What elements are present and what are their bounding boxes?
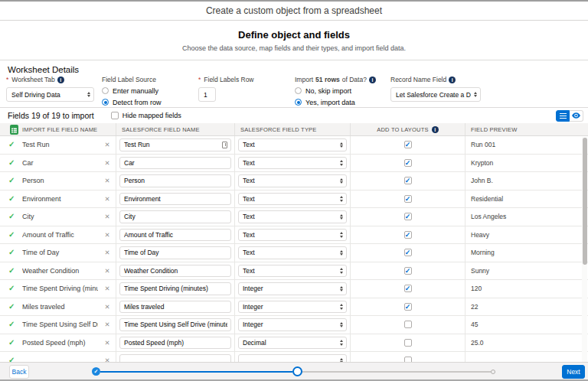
table-scrollbar-track[interactable] xyxy=(582,137,587,362)
salesforce-field-type-select[interactable]: Text xyxy=(238,210,347,223)
add-to-layouts-checkbox[interactable] xyxy=(404,213,412,220)
salesforce-field-type-select[interactable]: Integer xyxy=(238,301,347,314)
info-icon[interactable] xyxy=(432,126,439,133)
salesforce-field-name-value: Time Spent Using Self Drive (minutes) xyxy=(124,321,227,328)
import-name-cell: Miles traveled xyxy=(0,298,116,316)
mapped-check-icon xyxy=(8,285,17,292)
import-field-name: Time Spent Using Self Drive (minut... xyxy=(22,321,98,328)
radio-icon[interactable] xyxy=(102,87,109,94)
salesforce-field-name-input[interactable]: Car xyxy=(119,157,231,170)
salesforce-field-name-input[interactable]: Time Spent Using Self Drive (minutes) xyxy=(119,318,231,331)
hide-mapped-fields-toggle[interactable]: Hide mapped fields xyxy=(111,112,181,119)
mapped-check-icon xyxy=(8,213,17,220)
preview-view-button[interactable] xyxy=(570,110,583,122)
add-to-layouts-checkbox[interactable] xyxy=(404,195,412,203)
field-preview-value: Krypton xyxy=(466,155,588,172)
header-salesforce-field-name: SALESFORCE FIELD NAME xyxy=(116,123,235,135)
radio-detect-from-row[interactable]: Detect from row xyxy=(102,98,162,106)
remove-field-button[interactable] xyxy=(103,321,111,328)
salesforce-field-name-input[interactable]: City xyxy=(119,210,231,223)
salesforce-field-name-input[interactable]: Time Spent Driving (minutes) xyxy=(119,282,231,295)
salesforce-field-type-select[interactable]: Decimal xyxy=(238,337,347,350)
salesforce-field-name-input[interactable]: Weather Condition xyxy=(119,265,231,278)
add-to-layouts-checkbox[interactable] xyxy=(404,267,412,275)
add-to-layouts-checkbox[interactable] xyxy=(404,285,412,292)
salesforce-field-type-select[interactable] xyxy=(238,354,347,362)
wizard-footer: Back Next xyxy=(0,362,588,381)
remove-field-button[interactable] xyxy=(103,141,111,148)
progress-step-3-icon[interactable] xyxy=(491,370,495,374)
required-marker: * xyxy=(198,76,201,83)
remove-field-button[interactable] xyxy=(103,177,111,184)
add-to-layouts-checkbox[interactable] xyxy=(404,321,412,328)
import-field-name: City xyxy=(22,213,98,220)
add-to-layouts-checkbox[interactable] xyxy=(404,159,412,167)
add-to-layouts-checkbox[interactable] xyxy=(404,357,412,362)
remove-field-button[interactable] xyxy=(103,159,111,167)
remove-field-button[interactable] xyxy=(103,285,111,292)
salesforce-name-cell: Test Run xyxy=(116,136,235,154)
salesforce-field-name-input[interactable]: Miles traveled xyxy=(119,301,231,314)
salesforce-field-type-select[interactable]: Text xyxy=(238,174,347,187)
salesforce-field-name-input[interactable]: Amount of Traffic xyxy=(119,229,231,242)
field-preview-value: 45 xyxy=(466,316,588,334)
hide-mapped-checkbox[interactable] xyxy=(111,112,119,119)
mapped-check-icon xyxy=(8,339,17,347)
salesforce-field-name-input[interactable]: Posted Speed (mph) xyxy=(119,337,231,350)
stepper-icon xyxy=(340,322,343,328)
salesforce-field-type-select[interactable]: Text xyxy=(238,193,347,206)
next-button[interactable]: Next xyxy=(562,365,585,379)
info-icon[interactable] xyxy=(449,77,456,83)
add-to-layouts-checkbox[interactable] xyxy=(404,303,412,311)
radio-enter-manually[interactable]: Enter manually xyxy=(102,86,162,95)
salesforce-field-name-input[interactable]: Time of Day xyxy=(119,246,231,259)
info-icon[interactable] xyxy=(369,77,376,83)
salesforce-field-type-select[interactable]: Integer xyxy=(238,318,347,331)
import-field-name: Time of Day xyxy=(22,249,98,256)
radio-no-skip-import[interactable]: No, skip import xyxy=(295,86,376,95)
radio-icon[interactable] xyxy=(295,87,302,94)
table-row: Time Spent Using Self Drive (minut...Tim… xyxy=(0,316,588,334)
salesforce-field-name-input[interactable] xyxy=(119,354,231,362)
salesforce-field-type-select[interactable]: Integer xyxy=(238,282,347,295)
salesforce-field-type-select[interactable]: Text xyxy=(238,265,347,278)
salesforce-field-type-select[interactable]: Text xyxy=(238,229,347,242)
add-to-layouts-checkbox[interactable] xyxy=(404,249,412,256)
remove-field-button[interactable] xyxy=(103,195,111,203)
salesforce-field-type-select[interactable]: Text xyxy=(238,157,347,170)
remove-field-button[interactable] xyxy=(103,249,111,256)
add-to-layouts-cell xyxy=(351,280,466,298)
record-name-field-select[interactable]: Let Salesforce Create a Default Rec xyxy=(390,87,481,102)
remove-field-button[interactable] xyxy=(103,231,111,239)
worksheet-tab-select[interactable]: Self Driving Data xyxy=(6,87,94,102)
field-label-source-group: Field Label Source Enter manually Detect… xyxy=(102,76,162,106)
table-scrollbar-thumb[interactable] xyxy=(583,138,587,265)
field-type-value: Integer xyxy=(243,303,337,311)
field-labels-row-input[interactable]: 1 xyxy=(198,87,216,102)
salesforce-field-name-input[interactable]: Person xyxy=(119,174,231,187)
stepper-icon xyxy=(340,304,343,310)
remove-field-button[interactable] xyxy=(103,357,111,362)
radio-yes-import-data[interactable]: Yes, import data xyxy=(295,98,376,106)
progress-step-2-current-icon[interactable] xyxy=(292,366,302,376)
add-to-layouts-checkbox[interactable] xyxy=(404,231,412,239)
add-to-layouts-cell xyxy=(351,262,466,280)
add-to-layouts-checkbox[interactable] xyxy=(404,177,412,184)
table-row: CityCityTextLos Angeles xyxy=(0,208,588,226)
salesforce-field-type-select[interactable]: Text xyxy=(238,246,347,259)
info-icon[interactable] xyxy=(57,77,64,83)
add-to-layouts-checkbox[interactable] xyxy=(404,339,412,347)
radio-icon[interactable] xyxy=(295,99,302,106)
remove-field-button[interactable] xyxy=(103,339,111,347)
progress-step-1-completed-icon[interactable] xyxy=(92,367,100,376)
field-type-cell: Text xyxy=(235,262,351,280)
salesforce-field-name-input[interactable]: Environment xyxy=(119,193,231,206)
remove-field-button[interactable] xyxy=(103,213,111,220)
add-to-layouts-checkbox[interactable] xyxy=(404,141,412,148)
salesforce-field-name-input[interactable]: Test Run xyxy=(119,138,231,151)
radio-icon[interactable] xyxy=(102,99,109,106)
remove-field-button[interactable] xyxy=(103,267,111,275)
list-view-button[interactable] xyxy=(556,110,570,122)
remove-field-button[interactable] xyxy=(103,303,111,311)
salesforce-field-type-select[interactable]: Text xyxy=(238,138,347,151)
